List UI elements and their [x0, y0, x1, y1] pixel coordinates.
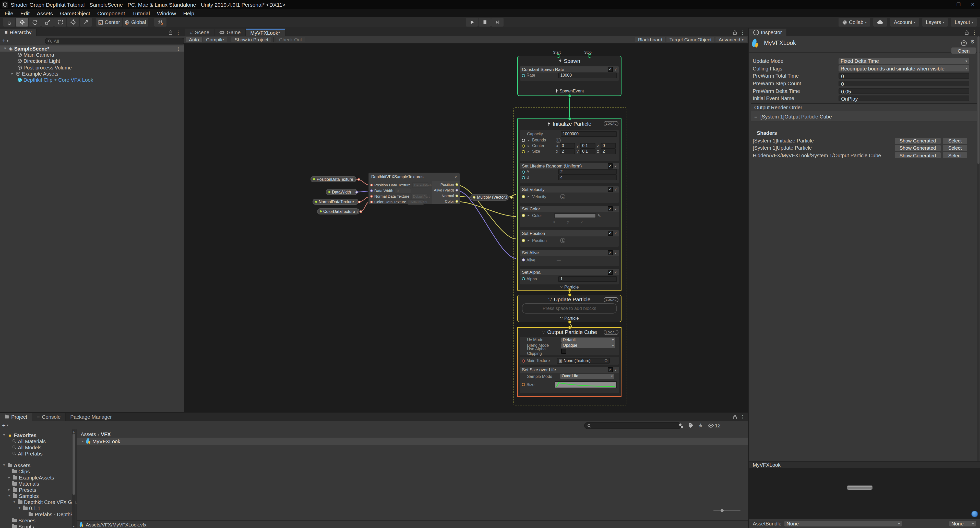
block-enabled-checkbox[interactable]: ✓ [608, 231, 613, 236]
alpha-port[interactable] [522, 277, 525, 280]
output-flow-port[interactable] [568, 288, 571, 292]
tab-package-manager[interactable]: Package Manager [65, 413, 116, 421]
block-set-alpha[interactable]: Set Alpha✓∨ Alpha1 [520, 269, 619, 285]
block-enabled-checkbox[interactable]: ✓ [608, 250, 613, 255]
b-port[interactable] [522, 176, 525, 179]
input-port[interactable] [370, 189, 373, 192]
project-search-input[interactable] [584, 422, 681, 429]
hierarchy-item-main-camera[interactable]: Main Camera [0, 52, 201, 58]
tree-all-prefabs[interactable]: All Prefabs [12, 450, 43, 456]
move-tool-button[interactable] [16, 18, 28, 27]
block-enabled-checkbox[interactable]: ✓ [608, 270, 613, 275]
tree-folder-prefabs-depthkit[interactable]: Prefabs - Depthki [29, 511, 74, 517]
collab-button[interactable]: Collab▾ [839, 18, 870, 27]
breadcrumb-vfx[interactable]: VFX [101, 431, 111, 437]
size-port[interactable] [522, 383, 525, 386]
hierarchy-item-example-assets[interactable]: ▸ Example Assets [0, 71, 194, 77]
main-texture-port[interactable] [522, 359, 525, 362]
input-flow-port[interactable] [568, 117, 571, 121]
block-constant-spawn-rate[interactable]: Constant Spawn Rate✓∨ Rate10000 [520, 67, 619, 81]
object-picker-icon[interactable]: ⊙ [605, 358, 608, 363]
prewarm-step-count-field[interactable]: 0 [838, 81, 969, 86]
param-node-colordatatexture[interactable]: ColorDataTexture‹ [317, 208, 360, 215]
lock-icon[interactable] [733, 415, 737, 419]
input-port[interactable] [370, 201, 373, 203]
position-port[interactable] [522, 239, 525, 242]
select-button[interactable]: Select [943, 152, 967, 158]
hand-tool-button[interactable] [3, 18, 15, 27]
collapse-icon[interactable]: ∨ [614, 188, 617, 191]
create-menu-button[interactable]: +▾ [2, 37, 8, 45]
slider-thumb[interactable] [721, 509, 724, 512]
add-blocks-placeholder[interactable]: Press space to add blocks [522, 303, 617, 313]
block-set-velocity[interactable]: Set Velocity✓∨ ▸VelocityL [520, 186, 619, 203]
spawnevent-port[interactable] [568, 94, 571, 97]
tree-assets-root[interactable]: ▾Assets [2, 462, 31, 468]
tree-folder-presets[interactable]: ▸Presets [7, 487, 36, 493]
color-port[interactable] [522, 214, 525, 217]
menu-edit[interactable]: Edit [17, 10, 33, 16]
prewarm-total-time-field[interactable]: 0 [838, 73, 969, 79]
tab-console[interactable]: ≡Console [32, 413, 65, 421]
expand-arrow-icon[interactable]: ▸ [10, 72, 14, 76]
input-port[interactable] [370, 184, 373, 186]
start-port[interactable] [557, 54, 560, 58]
collapse-icon[interactable]: ∨ [614, 67, 617, 72]
menu-component[interactable]: Component [94, 10, 129, 16]
block-enabled-checkbox[interactable]: ✓ [608, 206, 613, 212]
collapse-icon[interactable]: ∨ [614, 207, 617, 211]
block-set-alive[interactable]: Set Alive✓∨ Alive— [520, 250, 619, 266]
tree-folder-011[interactable]: ▾0.1.1 [18, 505, 41, 511]
select-button[interactable]: Select [943, 138, 967, 144]
main-texture-field[interactable]: ▣None (Texture)⊙ [557, 358, 610, 364]
block-enabled-checkbox[interactable]: ✓ [608, 367, 613, 372]
block-enabled-checkbox[interactable]: ✓ [608, 187, 613, 192]
tree-scrollbar[interactable]: ▴ ▾ [72, 429, 76, 528]
expand-arrow-icon[interactable]: ▸ [81, 439, 85, 443]
rate-port[interactable] [522, 74, 525, 77]
show-generated-button[interactable]: Show Generated [895, 152, 941, 158]
favorites-star-icon[interactable]: ★ [698, 422, 703, 429]
tree-folder-samples[interactable]: ▾Samples [7, 493, 39, 499]
sample-mode-dropdown[interactable]: Over Life▾ [560, 374, 614, 379]
uv-mode-dropdown[interactable]: Default▾ [561, 337, 616, 342]
edge-alive-to-setalive[interactable] [458, 191, 516, 258]
hierarchy-item-depthkit-clip[interactable]: Depthkit Clip + Core VFX Look › [0, 77, 201, 83]
hierarchy-search-input[interactable] [45, 38, 185, 45]
input-port[interactable] [473, 196, 476, 199]
block-set-position[interactable]: Set Position✓∨ ▸PositionL [520, 230, 619, 247]
show-generated-button[interactable]: Show Generated [895, 145, 941, 151]
output-port[interactable] [358, 178, 360, 181]
culling-flags-dropdown[interactable]: Recompute bounds and simulate when visib… [838, 65, 969, 72]
tree-folder-depthkit-core[interactable]: ▾Depthkit Core VFX Gra [12, 499, 76, 505]
search-by-type-icon[interactable] [678, 423, 684, 428]
create-asset-button[interactable]: +▾ [2, 422, 8, 429]
output-port[interactable] [455, 200, 458, 203]
block-enabled-checkbox[interactable]: ✓ [608, 164, 613, 169]
kebab-menu-icon[interactable]: ⋮ [740, 414, 745, 420]
tab-project[interactable]: Project [0, 413, 32, 421]
assetbundle-dropdown[interactable]: None▾ [784, 521, 902, 526]
help-icon[interactable]: ? [961, 40, 967, 46]
output-port[interactable] [455, 189, 458, 191]
tab-hierarchy[interactable]: ≡Hierarchy [0, 29, 37, 36]
show-generated-button[interactable]: Show Generated [895, 138, 941, 144]
collapse-icon[interactable]: ∨ [614, 367, 617, 372]
block-set-lifetime-random[interactable]: Set Lifetime Random (Uniform)✓∨ A2 B4 [520, 163, 619, 183]
asset-row-myvfxlook[interactable]: ▸ MyVFXLook [76, 437, 748, 445]
scroll-up-icon[interactable]: ▴ [72, 429, 76, 433]
param-node-normaldatatexture[interactable]: NormalDataTexture‹ [313, 199, 358, 205]
select-button[interactable]: Select [943, 145, 967, 151]
tree-favorites[interactable]: ▾★Favorites [2, 432, 37, 438]
hierarchy-item-directional-light[interactable]: Directional Light [0, 58, 201, 64]
assetbundle-variant-dropdown[interactable]: None▾ [949, 521, 976, 526]
tree-folder-clips[interactable]: Clips [12, 468, 30, 474]
output-port[interactable] [510, 196, 513, 199]
gear-icon[interactable]: ⚙ [970, 39, 975, 45]
output-port[interactable] [455, 194, 458, 197]
collapse-icon[interactable]: ∨ [614, 251, 617, 255]
preview-area[interactable] [749, 468, 980, 519]
step-button[interactable] [491, 18, 504, 27]
output-port[interactable] [359, 210, 362, 213]
drag-handle-icon[interactable]: = [754, 114, 757, 119]
